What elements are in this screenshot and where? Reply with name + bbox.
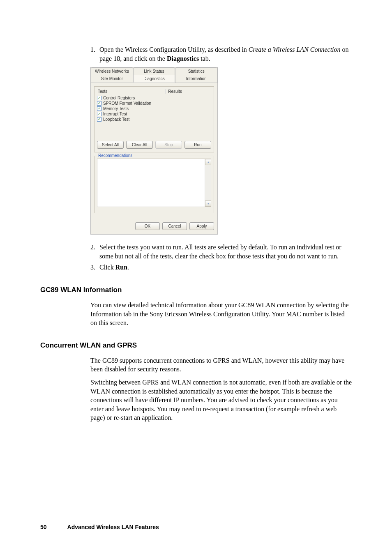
step-3-post: .: [127, 264, 129, 271]
recommendations-textarea[interactable]: ▴ ▾: [97, 159, 211, 207]
scroll-down-icon[interactable]: ▾: [205, 200, 211, 207]
recommendations-groupbox: Recommendations ▴ ▾: [94, 156, 214, 213]
step-1-link: Create a Wireless LAN Connection: [249, 46, 341, 53]
heading-concurrent: Concurrent WLAN and GPRS: [40, 341, 352, 350]
test-label: SPROM Format Validation: [103, 101, 151, 106]
test-label: Control Registers: [103, 96, 135, 100]
step-1: 1. Open the Wireless Configuration Utili…: [90, 45, 352, 63]
tests-header: Tests: [98, 89, 165, 94]
tab-diagnostics[interactable]: Diagnostics: [133, 75, 175, 83]
step-2-text: Select the tests you want to run. All te…: [99, 243, 352, 260]
step-3-text: Click Run.: [99, 263, 352, 272]
cancel-button[interactable]: Cancel: [162, 222, 187, 230]
tests-groupbox: Tests Results ✓ Control Registers ✓ SPRO…: [94, 86, 214, 152]
clear-all-button[interactable]: Clear All: [126, 141, 153, 149]
dialog-footer: OK Cancel Apply: [91, 220, 217, 234]
tab-row-1: Wireless Networks Link Status Statistics: [91, 67, 217, 75]
concurrent-p1: The GC89 supports concurrent connections…: [90, 356, 352, 374]
checkbox-icon[interactable]: ✓: [97, 106, 101, 111]
page-footer: 50 Advanced Wireless LAN Features: [40, 524, 159, 530]
results-header: Results: [165, 89, 210, 94]
step-2-num: 2.: [90, 243, 99, 260]
tab-link-status[interactable]: Link Status: [133, 67, 175, 75]
test-loopback[interactable]: ✓ Loopback Test: [97, 117, 211, 122]
step-3: 3. Click Run.: [90, 263, 352, 272]
test-label: Memory Tests: [103, 106, 129, 111]
apply-button[interactable]: Apply: [189, 222, 214, 230]
ok-button[interactable]: OK: [135, 222, 160, 230]
tab-information[interactable]: Information: [175, 75, 217, 83]
footer-title: Advanced Wireless LAN Features: [67, 524, 159, 530]
dialog-body: Tests Results ✓ Control Registers ✓ SPRO…: [91, 83, 217, 220]
test-memory[interactable]: ✓ Memory Tests: [97, 106, 211, 111]
run-button[interactable]: Run: [184, 141, 211, 149]
test-label: Loopback Test: [103, 117, 129, 122]
wlan-info-paragraph: You can view detailed technical informat…: [90, 301, 352, 327]
step-3-bold: Run: [115, 264, 127, 271]
tab-wireless-networks[interactable]: Wireless Networks: [91, 67, 133, 75]
step-1-pre: Open the Wireless Configuration Utility,…: [99, 46, 249, 53]
test-control-registers[interactable]: ✓ Control Registers: [97, 95, 211, 101]
test-sprom-format[interactable]: ✓ SPROM Format Validation: [97, 101, 211, 106]
test-interrupt[interactable]: ✓ Interrupt Test: [97, 111, 211, 117]
step-1-num: 1.: [90, 45, 99, 63]
checkbox-icon[interactable]: ✓: [97, 117, 101, 122]
scrollbar[interactable]: ▴ ▾: [205, 159, 211, 207]
step-2: 2. Select the tests you want to run. All…: [90, 243, 352, 260]
tab-site-monitor[interactable]: Site Monitor: [91, 75, 133, 83]
step-3-pre: Click: [99, 264, 115, 271]
heading-wlan-info: GC89 WLAN Information: [40, 286, 352, 294]
step-3-num: 3.: [90, 263, 99, 272]
checkbox-icon[interactable]: ✓: [97, 101, 101, 106]
recommendations-label: Recommendations: [97, 153, 134, 158]
checkbox-icon[interactable]: ✓: [97, 96, 101, 100]
stop-button[interactable]: Stop: [155, 141, 182, 149]
test-label: Interrupt Test: [103, 112, 127, 116]
diagnostics-dialog: Wireless Networks Link Status Statistics…: [90, 67, 218, 235]
tab-statistics[interactable]: Statistics: [175, 67, 217, 75]
select-all-button[interactable]: Select All: [97, 141, 124, 149]
concurrent-p2: Switching between GPRS and WLAN connecti…: [90, 378, 352, 422]
scroll-up-icon[interactable]: ▴: [205, 159, 211, 165]
step-1-text: Open the Wireless Configuration Utility,…: [99, 45, 352, 63]
checkbox-icon[interactable]: ✓: [97, 112, 101, 116]
step-1-bold: Diagnostics: [167, 55, 199, 62]
tab-row-2: Site Monitor Diagnostics Information: [91, 75, 217, 83]
step-1-post: tab.: [199, 55, 210, 62]
page-number: 50: [40, 524, 47, 530]
